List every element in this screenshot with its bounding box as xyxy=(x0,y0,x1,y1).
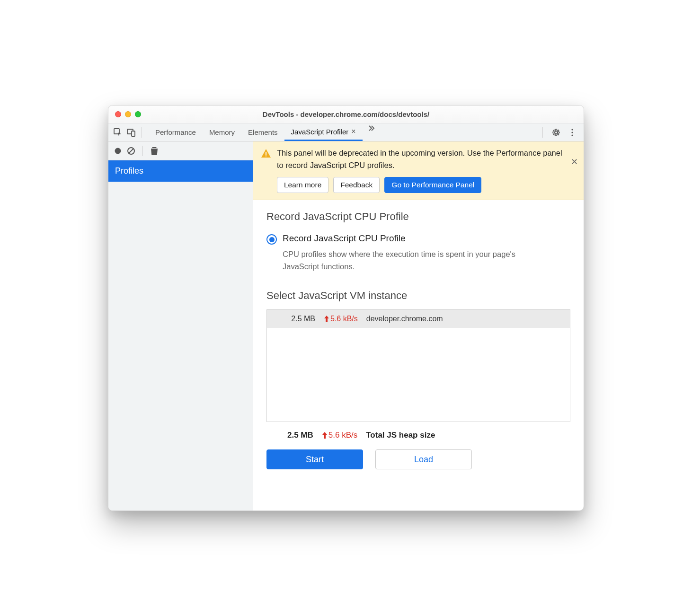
inspect-element-icon[interactable] xyxy=(113,128,123,137)
record-heading: Record JavaScript CPU Profile xyxy=(266,211,570,223)
radio-selected-icon[interactable] xyxy=(266,234,277,245)
feedback-button[interactable]: Feedback xyxy=(333,177,380,193)
more-tabs-icon[interactable] xyxy=(366,123,376,133)
kebab-menu-icon[interactable] xyxy=(568,128,577,137)
profile-option-description: CPU profiles show where the execution ti… xyxy=(283,248,538,273)
learn-more-button[interactable]: Learn more xyxy=(277,177,328,193)
tab-label: Memory xyxy=(209,128,235,136)
titlebar: DevTools - developer.chrome.com/docs/dev… xyxy=(108,106,584,123)
profile-config: Record JavaScript CPU Profile Record Jav… xyxy=(253,200,584,480)
window-controls xyxy=(115,111,141,117)
tab-label: Elements xyxy=(248,128,278,136)
total-heap-rate: 5.6 kB/s xyxy=(322,431,357,440)
start-button[interactable]: Start xyxy=(266,449,363,469)
settings-gear-icon[interactable] xyxy=(551,128,561,137)
device-toolbar-icon[interactable] xyxy=(126,128,136,137)
tab-javascript-profiler[interactable]: JavaScript Profiler × xyxy=(284,123,363,141)
svg-rect-2 xyxy=(132,131,135,136)
svg-rect-8 xyxy=(266,152,266,155)
deprecation-banner: This panel will be deprecated in the upc… xyxy=(253,141,584,200)
delete-trash-icon[interactable] xyxy=(150,146,159,156)
total-label: Total JS heap size xyxy=(366,431,435,440)
go-to-performance-panel-button[interactable]: Go to Performance Panel xyxy=(384,177,481,193)
svg-point-6 xyxy=(115,148,121,154)
tab-performance[interactable]: Performance xyxy=(149,123,203,141)
tab-memory[interactable]: Memory xyxy=(203,123,241,141)
minimize-window-button[interactable] xyxy=(125,111,131,117)
vm-instance-list: 2.5 MB 5.6 kB/s developer.chrome.com xyxy=(266,309,570,422)
svg-point-3 xyxy=(571,129,573,130)
warning-triangle-icon xyxy=(261,148,271,193)
record-icon[interactable] xyxy=(113,146,123,156)
sidebar-item-label: Profiles xyxy=(115,166,143,176)
separator xyxy=(142,127,142,138)
arrow-up-icon xyxy=(322,432,328,439)
vm-totals: 2.5 MB 5.6 kB/s Total JS heap size xyxy=(266,422,570,449)
vm-host: developer.chrome.com xyxy=(366,315,443,323)
banner-message: This panel will be deprecated in the upc… xyxy=(277,147,565,171)
clear-icon[interactable] xyxy=(126,146,136,156)
svg-point-5 xyxy=(571,134,573,136)
svg-point-4 xyxy=(571,132,573,133)
profiles-sidebar: Profiles xyxy=(108,141,253,510)
vm-heap-rate: 5.6 kB/s xyxy=(324,315,358,323)
main-panel: This panel will be deprecated in the upc… xyxy=(253,141,584,510)
sidebar-item-profiles[interactable]: Profiles xyxy=(108,160,253,182)
total-heap-size: 2.5 MB xyxy=(287,431,313,440)
profile-type-option[interactable]: Record JavaScript CPU Profile xyxy=(266,233,570,245)
separator xyxy=(542,127,543,138)
vm-heading: Select JavaScript VM instance xyxy=(266,290,570,302)
svg-rect-9 xyxy=(266,156,266,157)
arrow-up-icon xyxy=(324,316,329,322)
sidebar-toolbar xyxy=(108,141,253,160)
action-buttons: Start Load xyxy=(266,449,570,469)
devtools-window: DevTools - developer.chrome.com/docs/dev… xyxy=(108,105,584,511)
devtools-tabbar: Performance Memory Elements JavaScript P… xyxy=(108,123,584,141)
tab-label: JavaScript Profiler xyxy=(291,128,349,136)
vm-heap-size: 2.5 MB xyxy=(273,315,315,323)
maximize-window-button[interactable] xyxy=(135,111,141,117)
tab-label: Performance xyxy=(155,128,196,136)
profile-option-label: Record JavaScript CPU Profile xyxy=(283,233,406,244)
panel-body: Profiles This panel will be deprecated i… xyxy=(108,141,584,510)
close-tab-icon[interactable]: × xyxy=(351,127,355,136)
separator xyxy=(142,146,143,156)
vm-instance-row[interactable]: 2.5 MB 5.6 kB/s developer.chrome.com xyxy=(267,310,570,328)
tab-elements[interactable]: Elements xyxy=(241,123,284,141)
close-banner-icon[interactable]: ✕ xyxy=(571,157,578,167)
close-window-button[interactable] xyxy=(115,111,121,117)
window-title: DevTools - developer.chrome.com/docs/dev… xyxy=(263,110,429,118)
load-button[interactable]: Load xyxy=(375,449,472,469)
